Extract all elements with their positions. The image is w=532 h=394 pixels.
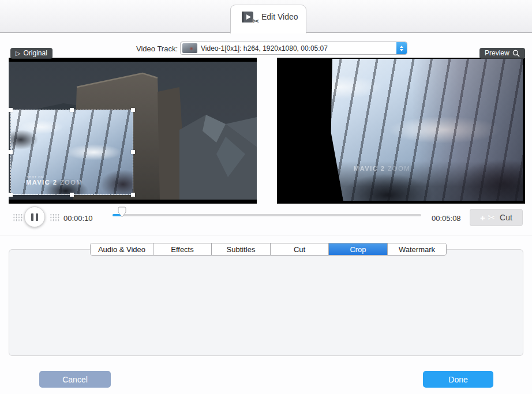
plus-icon: + <box>480 213 485 223</box>
edit-tab-audio-video[interactable]: Audio & Video <box>91 243 153 255</box>
crop-handle-s[interactable] <box>70 193 74 197</box>
total-time: 00:05:08 <box>432 214 461 223</box>
crop-handle-n[interactable] <box>70 108 74 112</box>
crop-handle-nw[interactable] <box>9 108 13 112</box>
tab-edit-video[interactable]: ✂ Edit Video <box>241 7 298 27</box>
watermark-mavic: MAVIC 2 ZOOM <box>26 179 83 186</box>
edit-tab-subtitles[interactable]: Subtitles <box>211 243 270 255</box>
crop-handle-sw[interactable] <box>9 193 13 197</box>
video-track-stepper-icon[interactable] <box>396 42 407 54</box>
edit-video-icon: ✂ <box>241 9 256 25</box>
preview-badge[interactable]: Preview <box>479 48 525 59</box>
section-divider <box>0 235 532 235</box>
scissors-icon: ✂ <box>488 212 496 224</box>
video-track-label: Video Track: <box>136 44 178 53</box>
watermark-mavic-preview: MAVIC 2 ZOOM <box>354 165 410 172</box>
cut-button[interactable]: + ✂ Cut <box>470 209 523 226</box>
pause-button[interactable] <box>24 207 45 227</box>
crop-handle-e[interactable] <box>131 150 135 154</box>
edit-tab-watermark[interactable]: Watermark <box>387 243 446 255</box>
original-badge-label: Original <box>23 48 47 59</box>
crop-panel <box>9 249 523 356</box>
video-track-select[interactable]: Video-1[0x1]: h264, 1920x1080, 00:05:07 <box>180 42 407 55</box>
drag-grip-right <box>50 213 59 222</box>
magnifier-icon <box>512 50 520 57</box>
cancel-button[interactable]: Cancel <box>39 371 111 388</box>
seek-handle[interactable] <box>118 207 126 220</box>
drag-grip-left <box>13 213 23 222</box>
video-track-thumbnail <box>182 43 197 53</box>
crop-handle-ne[interactable] <box>131 108 135 112</box>
tab-edit-video-label: Edit Video <box>261 12 298 21</box>
cropped-video-frame <box>277 59 523 201</box>
preview-badge-label: Preview <box>485 48 509 59</box>
original-badge[interactable]: ▷ Original <box>10 48 53 59</box>
current-time: 00:00:10 <box>63 214 93 223</box>
original-preview[interactable]: SHOT ON MAVIC 2 ZOOM <box>9 58 257 204</box>
done-button[interactable]: Done <box>423 371 493 388</box>
crop-handle-se[interactable] <box>131 193 135 197</box>
edit-tab-cut[interactable]: Cut <box>270 243 328 255</box>
play-icon: ▷ <box>16 48 20 59</box>
crop-selection[interactable]: SHOT ON MAVIC 2 ZOOM <box>10 110 133 195</box>
result-preview: MAVIC 2 ZOOM <box>277 58 525 204</box>
crop-handle-w[interactable] <box>9 150 13 154</box>
edit-tab-effects[interactable]: Effects <box>153 243 211 255</box>
video-track-value: Video-1[0x1]: h264, 1920x1080, 00:05:07 <box>201 44 328 52</box>
seek-slider[interactable] <box>113 214 421 216</box>
edit-tab-crop[interactable]: Crop <box>328 243 387 255</box>
cut-button-label: Cut <box>500 213 512 222</box>
edit-tab-bar: Audio & Video Effects Subtitles Cut Crop… <box>90 243 447 256</box>
